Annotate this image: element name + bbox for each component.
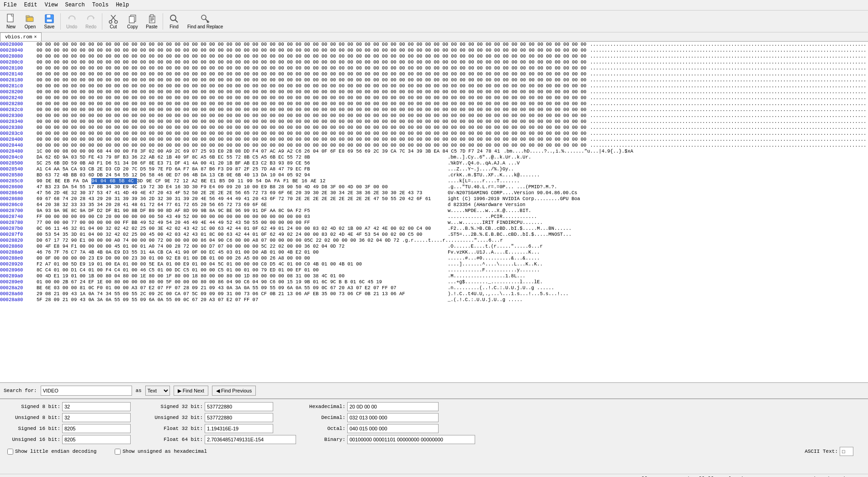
table-row[interactable]: 0002810000 00 00 00 00 00 00 00 00 00 00… (0, 65, 868, 71)
table-row[interactable]: 000282c000 00 00 00 00 00 00 00 00 00 00… (0, 107, 868, 113)
table-row[interactable]: 0002814000 00 00 00 00 00 00 00 00 00 00… (0, 71, 868, 77)
table-row[interactable]: 0002878077 00 00 00 77 00 00 00 00 00 FF… (0, 220, 868, 226)
table-row[interactable]: 000284801C 00 00 08 00 00 00 68 44 00 00… (0, 148, 868, 154)
table-row[interactable]: 00028a6029 08 21 09 43 1A 0A 74 34 55 09… (0, 291, 868, 297)
table-row[interactable]: 0002818000 00 00 00 00 00 00 00 00 00 00… (0, 77, 868, 83)
menu-file[interactable]: File (0, 1, 21, 9)
octal-input[interactable] (347, 424, 439, 433)
unsigned8-input[interactable] (62, 413, 131, 422)
table-row[interactable]: 0002886000 4F E8 94 F1 00 00 00 00 45 01… (0, 244, 868, 249)
hex-content[interactable]: 0002800000 00 00 00 00 00 00 00 00 00 00… (0, 42, 868, 382)
hex-address: 000289e0 (0, 279, 37, 285)
tab-vbios[interactable]: vbios.rom × (0, 32, 42, 41)
undo-button[interactable]: Undo (63, 11, 81, 31)
paste-button[interactable]: Paste (143, 11, 161, 31)
decimal-input[interactable] (347, 413, 439, 422)
save-button[interactable]: Save (40, 11, 58, 31)
binary-input[interactable] (347, 435, 475, 444)
table-row[interactable]: 000289e001 00 00 2B 67 24 EF 1E 00 80 00… (0, 279, 868, 285)
hex-address: 00028240 (0, 95, 37, 101)
ascii-text-group: ASCII Text: (804, 447, 853, 456)
hex-address: 00028280 (0, 101, 37, 107)
table-row[interactable]: 00028920F2 A7 01 00 5D E9 19 01 00 EA 01… (0, 261, 868, 267)
float64-input[interactable] (205, 435, 296, 444)
menu-edit[interactable]: Edit (21, 1, 41, 9)
open-button[interactable]: Open (21, 11, 39, 31)
table-row[interactable]: 0002868069 67 68 74 20 28 43 29 20 31 39… (0, 196, 868, 202)
table-row[interactable]: 0002844000 00 00 00 00 00 00 00 00 00 00… (0, 143, 868, 148)
table-row[interactable]: 0002820000 00 00 00 00 00 00 00 00 00 00… (0, 89, 868, 95)
hex-bytes: SC 25 6B DD 59 0B A0 F1 D6 51 34 D8 6F 8… (37, 160, 448, 166)
menu-view[interactable]: View (41, 1, 62, 9)
table-row[interactable]: 0002838000 00 00 00 00 00 00 00 00 00 00… (0, 125, 868, 131)
toolbar-sep-3 (163, 13, 163, 30)
table-row[interactable]: 0002800000 00 00 00 00 00 00 00 00 00 00… (0, 42, 868, 48)
ascii-text: w...w.......IRIT FINDIRCPU....... (448, 220, 543, 226)
hex-bytes: 00 00 00 00 00 00 00 00 00 00 00 00 00 0… (37, 65, 590, 71)
table-row[interactable]: 0002808000 00 00 00 00 00 00 00 00 00 00… (0, 53, 868, 59)
cut-button[interactable]: Cut (104, 11, 122, 31)
table-row[interactable]: 00028580BD 63 72 4B BB 03 6D DB 24 54 55… (0, 172, 868, 178)
table-row[interactable]: 00028a20BE 6E 03 00 00 81 0C F0 01 00 00… (0, 285, 868, 291)
menu-search[interactable]: Search (61, 1, 88, 9)
find-next-button[interactable]: ▶ Find Next (174, 386, 208, 396)
table-row[interactable]: 0002824000 00 00 00 00 00 00 00 00 00 00… (0, 95, 868, 101)
table-row[interactable]: 00028740FF 00 00 00 00 09 00 C0 20 00 00… (0, 214, 868, 220)
table-row[interactable]: 000287f000 53 54 35 3D 01 04 00 32 42 02… (0, 232, 868, 238)
hexadecimal-input[interactable] (347, 402, 439, 411)
little-endian-checkbox[interactable] (7, 449, 13, 455)
hex-address: 000280c0 (0, 59, 37, 65)
find-prev-button[interactable]: ◀ Find Previous (212, 386, 256, 396)
signed8-input[interactable] (62, 402, 131, 411)
hex-bytes: 00 00 00 00 00 00 00 00 00 00 00 00 00 0… (37, 107, 590, 113)
table-row[interactable]: 0002864047 56 2D 4E 32 30 37 53 47 41 4D… (0, 190, 868, 196)
table-row[interactable]: 000284c0DA 62 6D 9A 03 5D FE 43 79 8F B3… (0, 154, 868, 160)
table-row[interactable]: 0002860047 B3 23 DA 54 55 17 8B 34 30 E9… (0, 184, 868, 190)
table-row[interactable]: 000287009A 93 9A 9E 8C 9A DF D2 DF B1 90… (0, 208, 868, 214)
unsigned-hex-checkbox[interactable] (115, 449, 121, 455)
table-row[interactable]: 000280c000 00 00 00 00 00 00 00 00 00 00… (0, 59, 868, 65)
search-type-select[interactable]: Text Hex Binary (145, 386, 170, 396)
table-row[interactable]: 00028540A1 C4 AA 5A CA 93 CB 2E D3 CD 20… (0, 166, 868, 172)
table-row[interactable]: 000283c000 00 00 00 00 00 00 00 00 00 00… (0, 131, 868, 137)
table-row[interactable]: 000281c000 00 00 00 00 00 00 00 00 00 00… (0, 83, 868, 89)
hex-bytes: 00 00 00 00 00 00 00 00 00 00 00 00 00 0… (37, 119, 590, 125)
search-input[interactable] (41, 386, 132, 396)
find-replace-button[interactable]: Find and Replace (184, 11, 226, 31)
signed16-input[interactable] (62, 424, 131, 433)
copy-button[interactable]: Copy (123, 11, 142, 31)
table-row[interactable]: 000288a046 76 7F 76 C7 7A 4B 4B 0A E9 D3… (0, 249, 868, 255)
table-row[interactable]: 0002830000 00 00 00 00 00 00 00 00 00 00… (0, 113, 868, 119)
table-row[interactable]: 000286c064 20 38 32 33 33 35 34 20 28 41… (0, 202, 868, 208)
ascii-text-input[interactable] (840, 447, 853, 456)
search-as-label: as (136, 388, 142, 393)
menu-help[interactable]: Help (112, 1, 133, 9)
tab-close-button[interactable]: × (34, 35, 37, 40)
unsigned16-input[interactable] (62, 435, 131, 444)
table-row[interactable]: 0002828000 00 00 00 00 00 00 00 00 00 00… (0, 101, 868, 107)
find-button[interactable]: Find (165, 11, 183, 31)
hex-bytes: 29 08 21 09 43 1A 0A 74 34 55 09 55 2C 0… (37, 291, 448, 297)
float32-input[interactable] (205, 424, 273, 433)
table-row[interactable]: 000287b00C 06 11 46 32 01 04 00 32 02 42… (0, 226, 868, 232)
menu-tools[interactable]: Tools (89, 1, 112, 9)
hex-address: 00028540 (0, 166, 37, 172)
table-row[interactable]: 0002840000 00 00 00 00 00 00 00 00 00 00… (0, 137, 868, 143)
unsigned32-input[interactable] (205, 413, 273, 422)
table-row[interactable]: 0002834000 00 00 00 00 00 00 00 00 00 00… (0, 119, 868, 125)
redo-button[interactable]: Redo (82, 11, 100, 31)
table-row[interactable]: 0002804000 00 00 00 00 00 00 00 00 00 00… (0, 48, 868, 53)
hex-address: 00028340 (0, 119, 37, 125)
signed32-input[interactable] (205, 402, 273, 411)
table-row[interactable]: 000289608C C4 01 00 D1 C4 01 00 F4 C4 01… (0, 267, 868, 273)
table-row[interactable]: 00028820D0 67 17 72 90 E1 00 00 00 A0 74… (0, 238, 868, 244)
hex-bytes: 00 00 00 00 00 00 00 00 00 00 00 00 00 0… (37, 48, 590, 53)
table-row[interactable]: 00028a805F 28 09 21 09 43 0A 3A 0A 55 09… (0, 297, 868, 303)
table-row[interactable]: 000285c090 DE BE EB FA DA 94 04 6B 5B 4C… (0, 178, 868, 184)
save-icon (44, 13, 55, 24)
new-button[interactable]: New (2, 11, 20, 31)
table-row[interactable]: 00028500SC 25 6B DD 59 0B A0 F1 D6 51 34… (0, 160, 868, 166)
hex-address: 00028600 (0, 184, 37, 190)
table-row[interactable]: 000288e000 0F 00 00 00 00 23 E9 D0 00 00… (0, 255, 868, 261)
table-row[interactable]: 000289a000 4D E1 19 01 00 1B 00 80 04 80… (0, 273, 868, 279)
